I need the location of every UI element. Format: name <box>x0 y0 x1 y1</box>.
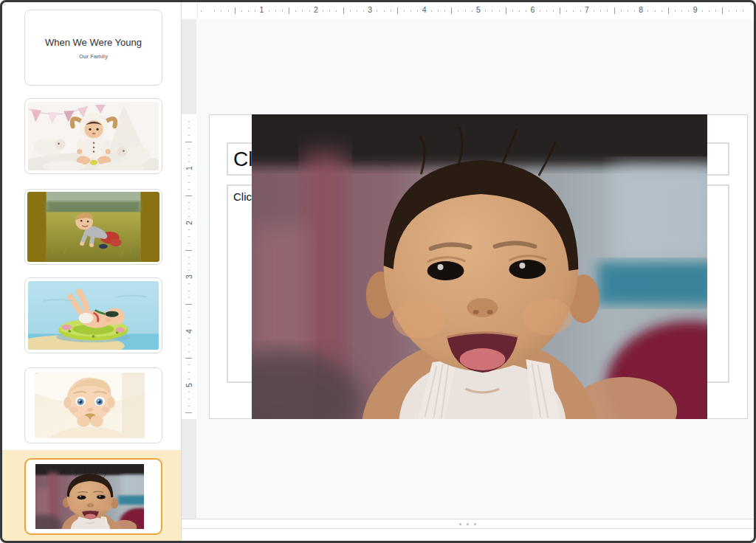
thumbnail-photo-baby-float <box>28 281 159 350</box>
thumbnail-photo-baby-smiling <box>35 464 144 529</box>
thumbnail-subtitle-text: Our Family <box>25 53 162 60</box>
thumbnail-photo-baby-lamb <box>28 102 159 170</box>
slide-thumbnail-3[interactable] <box>24 189 162 265</box>
thumbnail-photo-baby-field <box>27 192 159 262</box>
slide-filmstrip: 1 When We Were Young Our Family 2 3 4 5 … <box>2 2 182 541</box>
inserted-photo-baby-smiling[interactable] <box>252 114 707 419</box>
drag-handle-icon <box>457 523 479 525</box>
notes-area <box>182 529 754 541</box>
photo-baby-smiling <box>252 114 707 419</box>
slide-thumbnail-4[interactable] <box>24 277 162 353</box>
notes-splitter[interactable] <box>182 519 754 529</box>
vertical-ruler-track-bottom <box>182 419 196 519</box>
thumbnail-photo-baby-blue-eyes <box>35 373 145 438</box>
vertical-ruler: 12345 <box>182 114 196 419</box>
slide-thumbnail-2[interactable] <box>24 98 162 174</box>
slide-thumbnail-6[interactable] <box>24 458 162 535</box>
horizontal-ruler: 123456789 <box>182 2 754 19</box>
thumbnail-title-text: When We Were Young <box>25 37 162 48</box>
slide-thumbnail-1[interactable]: When We Were Young Our Family <box>24 10 162 86</box>
vertical-ruler-track-top <box>182 19 196 114</box>
ruler-corner <box>182 2 198 19</box>
presentation-editor-window: 1 When We Were Young Our Family 2 3 4 5 … <box>0 0 756 543</box>
slide-thumbnail-5[interactable] <box>24 367 162 443</box>
